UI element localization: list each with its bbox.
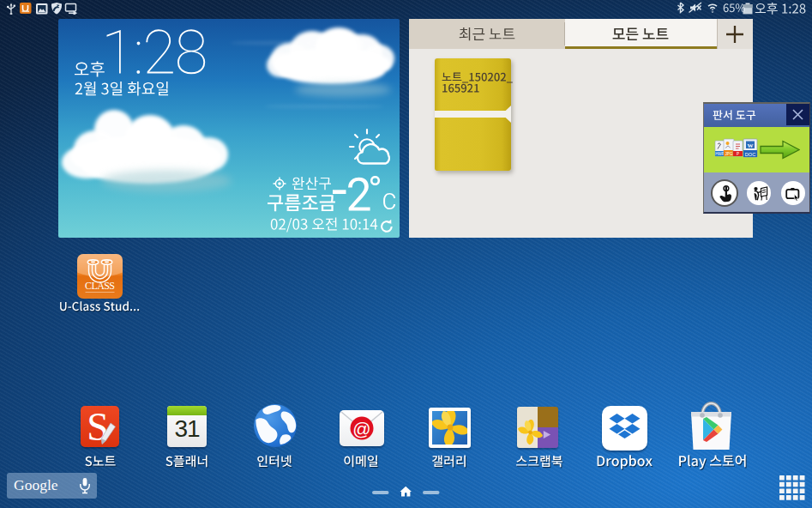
svg-text:W: W xyxy=(748,142,754,149)
svg-text:JPG: JPG xyxy=(725,152,733,156)
svg-text:@: @ xyxy=(352,419,370,438)
svg-text:P: P xyxy=(737,152,739,156)
svg-text:DOC: DOC xyxy=(745,152,755,157)
svg-text:CLASS: CLASS xyxy=(85,280,115,292)
svg-text:HWP: HWP xyxy=(715,152,725,156)
